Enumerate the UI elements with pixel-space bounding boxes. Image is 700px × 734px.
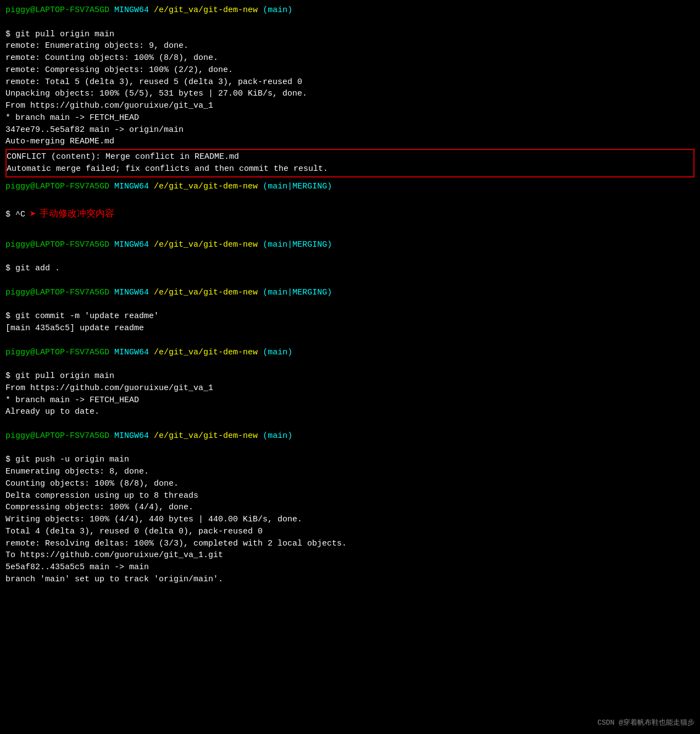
path-3: /e/git_va/git-dem-new bbox=[154, 240, 258, 249]
user-host-5: piggy@LAPTOP-FSV7A5GD bbox=[5, 348, 109, 357]
section-3: piggy@LAPTOP-FSV7A5GD MINGW64 /e/git_va/… bbox=[5, 239, 695, 287]
path-2: /e/git_va/git-dem-new bbox=[154, 182, 258, 191]
output-5-2: Already up to date. bbox=[5, 407, 99, 416]
terminal-window: piggy@LAPTOP-FSV7A5GD MINGW64 /e/git_va/… bbox=[5, 4, 695, 586]
shell-2: MINGW64 bbox=[114, 182, 149, 191]
path-5: /e/git_va/git-dem-new bbox=[154, 348, 258, 357]
section-1: piggy@LAPTOP-FSV7A5GD MINGW64 /e/git_va/… bbox=[5, 4, 695, 179]
shell-3: MINGW64 bbox=[114, 240, 149, 249]
user-host-3: piggy@LAPTOP-FSV7A5GD bbox=[5, 240, 109, 249]
output-6-2: Delta compression using up to 8 threads bbox=[5, 491, 198, 501]
command-1: $ git pull origin main bbox=[5, 30, 114, 39]
output-6-1: Counting objects: 100% (8/8), done. bbox=[5, 479, 179, 488]
output-1-8: Auto-merging README.md bbox=[5, 137, 114, 146]
output-6-6: remote: Resolving deltas: 100% (3/3), co… bbox=[5, 539, 347, 548]
prompt-5: piggy@LAPTOP-FSV7A5GD MINGW64 /e/git_va/… bbox=[5, 347, 695, 359]
prompt-2: piggy@LAPTOP-FSV7A5GD MINGW64 /e/git_va/… bbox=[5, 181, 695, 193]
shell-1: MINGW64 bbox=[114, 5, 149, 15]
command-5: $ git pull origin main bbox=[5, 371, 114, 381]
user-host-2: piggy@LAPTOP-FSV7A5GD bbox=[5, 182, 109, 191]
prompt-3: piggy@LAPTOP-FSV7A5GD MINGW64 /e/git_va/… bbox=[5, 239, 695, 251]
prompt-4: piggy@LAPTOP-FSV7A5GD MINGW64 /e/git_va/… bbox=[5, 287, 695, 299]
output-1-6: * branch main -> FETCH_HEAD bbox=[5, 113, 139, 123]
section-6: piggy@LAPTOP-FSV7A5GD MINGW64 /e/git_va/… bbox=[5, 430, 695, 586]
output-1-4: Unpacking objects: 100% (5/5), 531 bytes… bbox=[5, 89, 307, 98]
output-1-5: From https://github.com/guoruixue/git_va… bbox=[5, 101, 213, 110]
branch-6: (main) bbox=[263, 431, 292, 441]
annotation-text: 手动修改冲突内容 bbox=[40, 208, 114, 221]
output-5-1: * branch main -> FETCH_HEAD bbox=[5, 396, 139, 405]
section-4: piggy@LAPTOP-FSV7A5GD MINGW64 /e/git_va/… bbox=[5, 287, 695, 347]
branch-3: (main|MERGING) bbox=[263, 240, 332, 249]
command-2: $ ^C bbox=[5, 209, 25, 221]
conflict-box: CONFLICT (content): Merge conflict in RE… bbox=[5, 149, 695, 177]
section-2: piggy@LAPTOP-FSV7A5GD MINGW64 /e/git_va/… bbox=[5, 181, 695, 237]
command-4: $ git commit -m 'update readme' bbox=[5, 312, 159, 321]
branch-1: (main) bbox=[263, 5, 292, 15]
watermark: CSDN @穿着帆布鞋也能走猫步 bbox=[597, 718, 695, 729]
output-1-0: remote: Enumerating objects: 9, done. bbox=[5, 41, 188, 51]
output-1-3: remote: Total 5 (delta 3), reused 5 (del… bbox=[5, 77, 302, 87]
branch-5: (main) bbox=[263, 348, 292, 357]
path-1: /e/git_va/git-dem-new bbox=[154, 5, 258, 15]
user-host-1: piggy@LAPTOP-FSV7A5GD bbox=[5, 5, 109, 15]
prompt-1: piggy@LAPTOP-FSV7A5GD MINGW64 /e/git_va/… bbox=[5, 4, 695, 16]
conflict-line-1: Automatic merge failed; fix conflicts an… bbox=[7, 164, 328, 174]
branch-4: (main|MERGING) bbox=[263, 288, 332, 297]
prompt-6: piggy@LAPTOP-FSV7A5GD MINGW64 /e/git_va/… bbox=[5, 430, 695, 442]
command-3: $ git add . bbox=[5, 264, 60, 273]
shell-5: MINGW64 bbox=[114, 348, 149, 357]
output-6-5: Total 4 (delta 3), reused 0 (delta 0), p… bbox=[5, 527, 263, 536]
output-1-7: 347ee79..5e5af82 main -> origin/main bbox=[5, 125, 184, 135]
conflict-line-0: CONFLICT (content): Merge conflict in RE… bbox=[7, 152, 239, 162]
command-6: $ git push -u origin main bbox=[5, 455, 129, 464]
output-6-3: Compressing objects: 100% (4/4), done. bbox=[5, 503, 193, 512]
path-4: /e/git_va/git-dem-new bbox=[154, 288, 258, 297]
output-6-7: To https://github.com/guoruixue/git_va_1… bbox=[5, 550, 223, 560]
user-host-4: piggy@LAPTOP-FSV7A5GD bbox=[5, 288, 109, 297]
annotation-row: $ ^C ➤ 手动修改冲突内容 bbox=[5, 207, 695, 223]
shell-4: MINGW64 bbox=[114, 288, 149, 297]
section-5: piggy@LAPTOP-FSV7A5GD MINGW64 /e/git_va/… bbox=[5, 347, 695, 430]
output-4-0: [main 435a5c5] update readme bbox=[5, 324, 144, 333]
output-6-4: Writing objects: 100% (4/4), 440 bytes |… bbox=[5, 515, 302, 524]
user-host-6: piggy@LAPTOP-FSV7A5GD bbox=[5, 431, 109, 441]
output-6-0: Enumerating objects: 8, done. bbox=[5, 467, 149, 476]
output-5-0: From https://github.com/guoruixue/git_va… bbox=[5, 383, 213, 393]
output-6-9: branch 'main' set up to track 'origin/ma… bbox=[5, 575, 223, 584]
shell-6: MINGW64 bbox=[114, 431, 149, 441]
output-1-1: remote: Counting objects: 100% (8/8), do… bbox=[5, 53, 218, 63]
output-1-2: remote: Compressing objects: 100% (2/2),… bbox=[5, 65, 233, 75]
arrow-icon: ➤ bbox=[30, 207, 36, 223]
branch-2: (main|MERGING) bbox=[263, 182, 332, 191]
path-6: /e/git_va/git-dem-new bbox=[154, 431, 258, 441]
output-6-8: 5e5af82..435a5c5 main -> main bbox=[5, 563, 149, 572]
